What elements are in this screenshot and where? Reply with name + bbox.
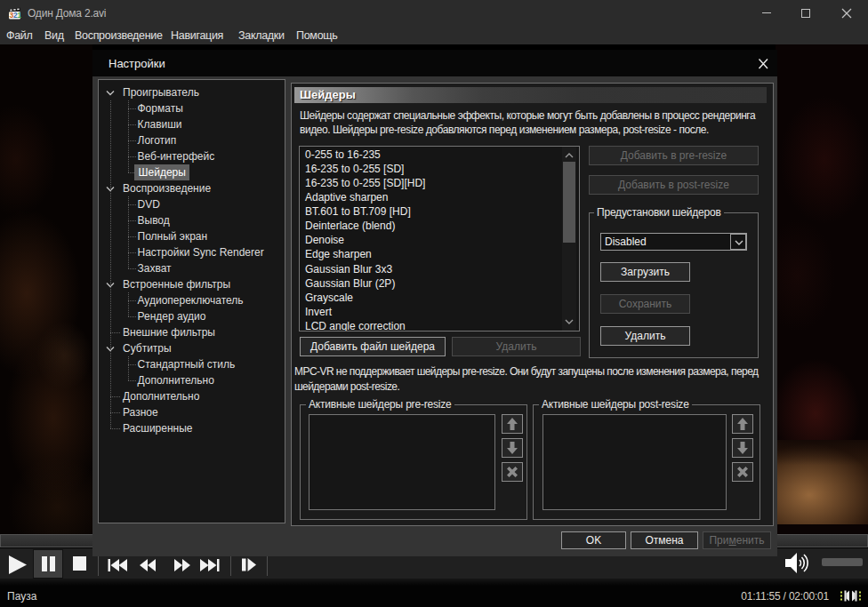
svg-text:1: 1 [17, 11, 21, 20]
